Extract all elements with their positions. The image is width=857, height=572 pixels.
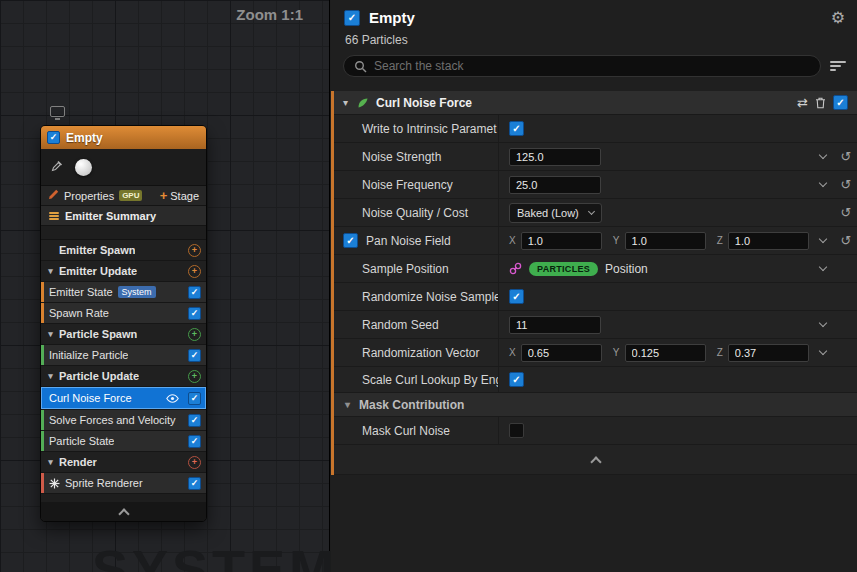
emitter-summary-row[interactable]: Emitter Summary [41, 206, 206, 226]
module-row-curl-noise-force[interactable]: Curl Noise Force ✓ [41, 387, 206, 410]
module-enabled-checkbox[interactable]: ✓ [188, 307, 201, 320]
search-input[interactable] [374, 59, 810, 73]
module-row-initialize-particle[interactable]: Initialize Particle ✓ [41, 345, 206, 366]
module-row-particle-state[interactable]: Particle State ✓ [41, 431, 206, 452]
module-header-curl-noise-force[interactable]: ▾ Curl Noise Force ⇄ ✓ [334, 91, 857, 115]
add-module-button[interactable]: + [188, 265, 201, 278]
noise-strength-input[interactable] [509, 148, 601, 166]
module-enabled-checkbox[interactable]: ✓ [188, 392, 201, 405]
stage-label: Particle Spawn [59, 328, 137, 340]
property-label: Write to Intrinsic Paramet [334, 115, 499, 142]
chevron-down-icon[interactable]: ▾ [46, 372, 55, 381]
trash-icon[interactable] [815, 97, 826, 109]
particles-namespace-badge[interactable]: PARTICLES [529, 262, 598, 276]
niagara-graph-canvas[interactable]: Zoom 1:1 SYSTEM ✓ Empty Properties GPU +… [0, 0, 330, 572]
module-enabled-checkbox[interactable]: ✓ [188, 349, 201, 362]
module-enabled-checkbox[interactable]: ✓ [188, 286, 201, 299]
randomization-z-input[interactable] [728, 344, 809, 362]
pan-z-input[interactable] [728, 232, 809, 250]
plus-icon: + [192, 267, 197, 276]
module-row-spawn-rate[interactable]: Spawn Rate ✓ [41, 303, 206, 324]
add-stage-button[interactable]: + Stage [160, 189, 199, 202]
emitter-enabled-checkbox[interactable]: ✓ [344, 10, 360, 26]
value-options-dropdown[interactable] [811, 183, 835, 186]
check-icon: ✓ [346, 236, 354, 246]
noise-frequency-input[interactable] [509, 176, 601, 194]
stack-group-render[interactable]: ▾ Render + [41, 452, 206, 473]
visibility-eye-icon[interactable] [166, 394, 179, 403]
chevron-down-icon[interactable]: ▾ [46, 458, 55, 467]
stack-group-emitter-update[interactable]: ▾ Emitter Update + [41, 261, 206, 282]
stack-group-particle-update[interactable]: ▾ Particle Update + [41, 366, 206, 387]
random-seed-input[interactable] [509, 316, 601, 334]
filter-icon[interactable] [830, 61, 847, 71]
stack-group-particle-spawn[interactable]: ▾ Particle Spawn + [41, 324, 206, 345]
plus-icon: + [192, 458, 197, 467]
chevron-down-icon[interactable]: ▾ [46, 330, 55, 339]
property-row-write-intrinsic: Write to Intrinsic Paramet ✓ [334, 115, 857, 143]
pan-noise-field-checkbox[interactable]: ✓ [343, 233, 358, 248]
value-options-dropdown[interactable] [811, 239, 835, 242]
stack-collapse-bar[interactable] [334, 445, 857, 475]
node-collapse-bar[interactable] [41, 502, 206, 521]
module-enabled-checkbox[interactable]: ✓ [188, 477, 201, 490]
value-options-dropdown[interactable] [811, 351, 835, 354]
value-options-dropdown[interactable] [811, 267, 835, 270]
mask-curl-noise-checkbox[interactable] [509, 423, 524, 438]
reset-to-default-button[interactable]: ↺ [835, 178, 857, 191]
add-module-button[interactable]: + [188, 328, 201, 341]
vector3-input-group: X Y Z [509, 344, 809, 362]
module-label: Curl Noise Force [49, 392, 132, 404]
reset-to-default-button[interactable]: ↺ [835, 206, 857, 219]
property-row-randomization-vector: Randomization Vector X Y Z [334, 339, 857, 367]
value-options-dropdown[interactable] [811, 155, 835, 158]
randomization-y-input[interactable] [625, 344, 706, 362]
pan-x-input[interactable] [521, 232, 602, 250]
module-row-solve-forces[interactable]: Solve Forces and Velocity ✓ [41, 410, 206, 431]
property-row-scale-curl: Scale Curl Lookup By Eng ✓ [334, 367, 857, 393]
axis-x-label: X [509, 235, 516, 246]
randomize-noise-checkbox[interactable]: ✓ [509, 289, 524, 304]
stack-section: ▾ Curl Noise Force ⇄ ✓ Write to Intrinsi… [331, 91, 857, 475]
gear-icon[interactable]: ⚙ [831, 10, 845, 26]
search-box[interactable] [343, 55, 821, 77]
chevron-down-icon: ▾ [343, 400, 352, 410]
collapse-chevron-icon [118, 508, 129, 519]
property-row-noise-quality: Noise Quality / Cost Baked (Low) ↺ [334, 199, 857, 227]
add-module-button[interactable]: + [188, 370, 201, 383]
chevron-down-icon [819, 347, 827, 355]
value-options-dropdown[interactable] [811, 323, 835, 326]
add-renderer-button[interactable]: + [188, 456, 201, 469]
module-row-sprite-renderer[interactable]: Sprite Renderer ✓ [41, 473, 206, 494]
module-enabled-checkbox[interactable]: ✓ [833, 95, 848, 110]
check-icon: ✓ [191, 437, 199, 446]
chevron-down-icon[interactable]: ▾ [46, 267, 55, 276]
section-header-mask-contribution[interactable]: ▾ Mask Contribution [334, 393, 857, 417]
linked-attribute-name[interactable]: Position [605, 262, 648, 276]
axis-y-label: Y [613, 235, 620, 246]
module-enabled-checkbox[interactable]: ✓ [188, 435, 201, 448]
renderer-thumbnail[interactable] [75, 159, 92, 176]
chevron-down-icon[interactable]: ▾ [341, 98, 350, 108]
node-gap [41, 226, 206, 240]
pencil-icon [48, 189, 59, 202]
axis-y-label: Y [613, 347, 620, 358]
scale-curl-checkbox[interactable]: ✓ [509, 372, 524, 387]
stack-group-emitter-spawn[interactable]: Emitter Spawn + [41, 240, 206, 261]
pan-y-input[interactable] [625, 232, 706, 250]
reset-to-default-button[interactable]: ↺ [835, 234, 857, 247]
check-icon: ✓ [836, 98, 844, 108]
emitter-node[interactable]: ✓ Empty Properties GPU + Stage Emitter S… [40, 125, 207, 522]
reset-to-default-button[interactable]: ↺ [835, 150, 857, 163]
noise-quality-dropdown[interactable]: Baked (Low) [509, 203, 602, 223]
module-enabled-checkbox[interactable]: ✓ [188, 414, 201, 427]
module-row-emitter-state[interactable]: Emitter State System ✓ [41, 282, 206, 303]
add-module-button[interactable]: + [188, 244, 201, 257]
emitter-enabled-checkbox[interactable]: ✓ [47, 131, 60, 144]
randomization-x-input[interactable] [521, 344, 602, 362]
write-intrinsic-checkbox[interactable]: ✓ [509, 121, 524, 136]
property-label: Mask Curl Noise [334, 417, 499, 444]
shuffle-icon[interactable]: ⇄ [797, 96, 808, 109]
emitter-node-header[interactable]: ✓ Empty [41, 126, 206, 149]
emitter-properties-row[interactable]: Properties GPU + Stage [41, 186, 206, 206]
